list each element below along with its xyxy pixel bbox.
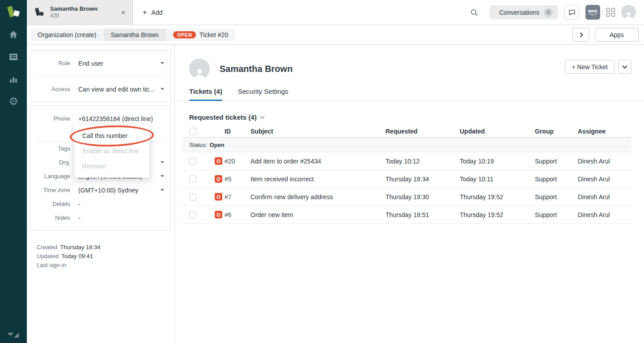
tab-tickets[interactable]: Tickets (4) bbox=[189, 88, 222, 100]
chevron-down-icon bbox=[622, 63, 627, 68]
topbar-actions: Conversations 0 aws bbox=[468, 0, 636, 25]
logo-green-shape bbox=[7, 6, 15, 17]
workspace-logo-icon[interactable] bbox=[0, 0, 27, 25]
new-ticket-dropdown-button[interactable] bbox=[618, 60, 631, 74]
caret-down-icon bbox=[161, 62, 164, 64]
phone-context-menu: Call this number Enable as direct line R… bbox=[74, 124, 150, 178]
breadcrumb-actions: Apps bbox=[572, 28, 639, 42]
breadcrumb-organization[interactable]: Organization (create) bbox=[30, 29, 104, 41]
chevron-down-icon bbox=[260, 114, 264, 119]
last-signin-row: Last sign-in bbox=[37, 261, 101, 270]
open-status-icon: O bbox=[215, 211, 222, 218]
role-access-card: Role End user Access Can view and edit o… bbox=[30, 50, 171, 102]
access-field[interactable]: Access Can view and edit own tic... bbox=[31, 76, 170, 102]
requested-tickets-toggle[interactable]: Requested tickets (4) bbox=[189, 113, 264, 121]
open-status-icon: O bbox=[215, 157, 222, 165]
details-field[interactable]: Details - bbox=[31, 197, 170, 211]
caret-down-icon bbox=[161, 161, 164, 163]
new-ticket-button[interactable]: + New Ticket bbox=[565, 60, 614, 74]
breadcrumb: Organization (create) Samantha Brown OPE… bbox=[30, 29, 235, 41]
row-checkbox[interactable] bbox=[189, 176, 196, 183]
collapse-apps-button[interactable] bbox=[572, 28, 589, 42]
ticket-subject-link[interactable]: Add item to order #25434 bbox=[250, 158, 386, 165]
breadcrumb-user[interactable]: Samantha Brown bbox=[104, 29, 166, 41]
profile-tabs: Tickets (4) Security Settings bbox=[175, 88, 644, 101]
status-group-row: Status: Open bbox=[182, 138, 631, 152]
zendesk-logo-icon[interactable] bbox=[0, 332, 27, 339]
breadcrumb-ticket[interactable]: OPEN Ticket #20 bbox=[166, 29, 235, 41]
ticket-subject-link[interactable]: Order new item bbox=[250, 211, 386, 218]
tab-title: Samantha Brown bbox=[50, 5, 97, 13]
profile-header: Samantha Brown bbox=[189, 59, 292, 79]
role-field[interactable]: Role End user bbox=[31, 50, 170, 76]
close-tab-icon[interactable]: × bbox=[119, 7, 128, 18]
add-label: Add bbox=[151, 9, 162, 16]
tab-security-settings[interactable]: Security Settings bbox=[238, 88, 288, 100]
aws-app-icon[interactable]: aws bbox=[585, 5, 600, 20]
menu-item-enable-direct-line: Enable as direct line bbox=[74, 143, 149, 159]
conversations-button[interactable]: Conversations 0 bbox=[490, 5, 559, 19]
chevron-right-icon bbox=[578, 32, 583, 37]
menu-item-call-this-number[interactable]: Call this number bbox=[74, 128, 149, 143]
updated-row: UpdatedToday 09:41 bbox=[37, 252, 101, 261]
row-checkbox[interactable] bbox=[189, 193, 196, 201]
user-avatar[interactable] bbox=[621, 5, 636, 20]
tab-user-icon bbox=[35, 7, 45, 18]
search-icon[interactable] bbox=[468, 7, 480, 18]
table-row[interactable]: O #6 Order new item Thursday 18:51 Thurs… bbox=[182, 206, 631, 224]
rail-nav: ⚙ bbox=[8, 29, 19, 107]
open-status-icon: O bbox=[215, 175, 222, 183]
tickets-table: ID Subject Requested Updated Group Assig… bbox=[182, 125, 631, 224]
ticket-status-badge: OPEN bbox=[173, 31, 196, 38]
conversations-count-badge: 0 bbox=[544, 8, 553, 17]
views-icon[interactable] bbox=[8, 51, 19, 63]
user-details-panel: Role End user Access Can view and edit o… bbox=[27, 45, 175, 343]
record-meta: CreatedThursday 18:34 UpdatedToday 09:41… bbox=[37, 243, 101, 270]
conversations-label: Conversations bbox=[500, 9, 540, 16]
table-row[interactable]: O #7 Confirm new delivery address Thursd… bbox=[182, 188, 631, 206]
table-row[interactable]: O #20 Add item to order #25434 Today 10:… bbox=[182, 152, 631, 170]
home-icon[interactable] bbox=[8, 29, 19, 40]
logo-white-shape bbox=[13, 10, 20, 17]
profile-avatar bbox=[189, 59, 210, 79]
row-checkbox[interactable] bbox=[189, 158, 196, 165]
select-all-checkbox[interactable] bbox=[189, 128, 196, 135]
caret-down-icon bbox=[161, 88, 164, 90]
breadcrumb-bar: Organization (create) Samantha Brown OPE… bbox=[27, 25, 644, 45]
ticket-subject-link[interactable]: Confirm new delivery address bbox=[250, 193, 386, 201]
caret-down-icon bbox=[161, 189, 164, 191]
apps-button[interactable]: Apps bbox=[595, 28, 639, 42]
page-title: Samantha Brown bbox=[220, 64, 292, 74]
app-grid-icon[interactable] bbox=[606, 8, 615, 17]
reporting-icon[interactable] bbox=[8, 73, 19, 85]
chat-icon[interactable] bbox=[564, 5, 579, 20]
notes-field[interactable]: Notes - bbox=[31, 211, 170, 225]
header-actions: + New Ticket bbox=[565, 60, 631, 74]
top-bar: Samantha Brown #20 × + Add Conversations… bbox=[27, 0, 644, 25]
timezone-field[interactable]: Time zone (GMT+10:00) Sydney bbox=[31, 183, 170, 197]
table-row[interactable]: O #5 Item received incorrect Thursday 18… bbox=[182, 170, 631, 188]
plus-icon: + bbox=[143, 8, 147, 17]
table-header-row: ID Subject Requested Updated Group Assig… bbox=[182, 125, 631, 138]
menu-item-remove: Remove bbox=[74, 159, 149, 174]
admin-gear-icon[interactable]: ⚙ bbox=[8, 96, 19, 107]
main-content: Samantha Brown + New Ticket Tickets (4) … bbox=[175, 45, 644, 343]
tab-subtitle: #20 bbox=[50, 13, 97, 19]
ticket-subject-link[interactable]: Item received incorrect bbox=[250, 176, 386, 183]
open-status-icon: O bbox=[215, 193, 222, 201]
open-ticket-tab[interactable]: Samantha Brown #20 × bbox=[27, 0, 133, 25]
caret-down-icon bbox=[161, 175, 164, 177]
row-checkbox[interactable] bbox=[189, 211, 196, 218]
left-nav-rail: ⚙ bbox=[0, 0, 27, 343]
add-tab-button[interactable]: + Add bbox=[133, 0, 172, 25]
created-row: CreatedThursday 18:34 bbox=[37, 243, 101, 252]
